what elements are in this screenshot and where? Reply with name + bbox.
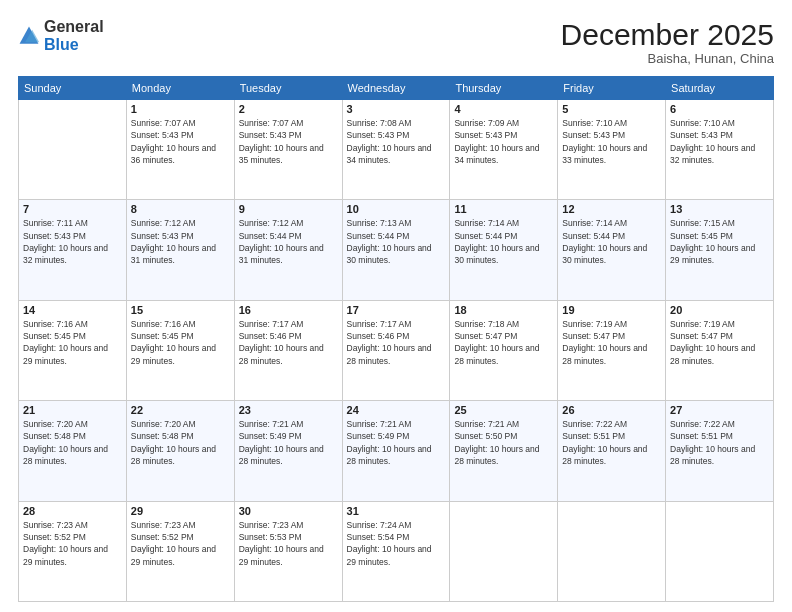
day-info: Sunrise: 7:14 AMSunset: 5:44 PMDaylight:… [562,217,661,266]
day-info: Sunrise: 7:14 AMSunset: 5:44 PMDaylight:… [454,217,553,266]
day-info: Sunrise: 7:21 AMSunset: 5:50 PMDaylight:… [454,418,553,467]
calendar-week-row: 7Sunrise: 7:11 AMSunset: 5:43 PMDaylight… [19,200,774,300]
calendar-cell: 8Sunrise: 7:12 AMSunset: 5:43 PMDaylight… [126,200,234,300]
calendar-cell: 16Sunrise: 7:17 AMSunset: 5:46 PMDayligh… [234,300,342,400]
day-info: Sunrise: 7:16 AMSunset: 5:45 PMDaylight:… [23,318,122,367]
calendar-cell: 2Sunrise: 7:07 AMSunset: 5:43 PMDaylight… [234,100,342,200]
calendar-week-row: 14Sunrise: 7:16 AMSunset: 5:45 PMDayligh… [19,300,774,400]
day-info: Sunrise: 7:08 AMSunset: 5:43 PMDaylight:… [347,117,446,166]
weekday-header: Saturday [666,77,774,100]
day-info: Sunrise: 7:12 AMSunset: 5:44 PMDaylight:… [239,217,338,266]
day-number: 10 [347,203,446,215]
calendar-cell: 19Sunrise: 7:19 AMSunset: 5:47 PMDayligh… [558,300,666,400]
calendar-cell: 22Sunrise: 7:20 AMSunset: 5:48 PMDayligh… [126,401,234,501]
calendar-cell: 17Sunrise: 7:17 AMSunset: 5:46 PMDayligh… [342,300,450,400]
day-number: 27 [670,404,769,416]
calendar-cell: 20Sunrise: 7:19 AMSunset: 5:47 PMDayligh… [666,300,774,400]
day-info: Sunrise: 7:11 AMSunset: 5:43 PMDaylight:… [23,217,122,266]
calendar-cell: 25Sunrise: 7:21 AMSunset: 5:50 PMDayligh… [450,401,558,501]
calendar-cell: 3Sunrise: 7:08 AMSunset: 5:43 PMDaylight… [342,100,450,200]
calendar-cell [558,501,666,601]
day-info: Sunrise: 7:07 AMSunset: 5:43 PMDaylight:… [131,117,230,166]
day-info: Sunrise: 7:24 AMSunset: 5:54 PMDaylight:… [347,519,446,568]
calendar-cell: 23Sunrise: 7:21 AMSunset: 5:49 PMDayligh… [234,401,342,501]
day-info: Sunrise: 7:10 AMSunset: 5:43 PMDaylight:… [562,117,661,166]
calendar-cell: 9Sunrise: 7:12 AMSunset: 5:44 PMDaylight… [234,200,342,300]
logo-icon [18,25,40,47]
day-info: Sunrise: 7:10 AMSunset: 5:43 PMDaylight:… [670,117,769,166]
day-info: Sunrise: 7:09 AMSunset: 5:43 PMDaylight:… [454,117,553,166]
day-info: Sunrise: 7:23 AMSunset: 5:53 PMDaylight:… [239,519,338,568]
day-number: 26 [562,404,661,416]
calendar-week-row: 28Sunrise: 7:23 AMSunset: 5:52 PMDayligh… [19,501,774,601]
calendar-week-row: 1Sunrise: 7:07 AMSunset: 5:43 PMDaylight… [19,100,774,200]
calendar-cell [19,100,127,200]
day-info: Sunrise: 7:12 AMSunset: 5:43 PMDaylight:… [131,217,230,266]
calendar-cell: 29Sunrise: 7:23 AMSunset: 5:52 PMDayligh… [126,501,234,601]
day-number: 8 [131,203,230,215]
weekday-header: Monday [126,77,234,100]
weekday-header: Thursday [450,77,558,100]
calendar-cell [450,501,558,601]
calendar-cell: 6Sunrise: 7:10 AMSunset: 5:43 PMDaylight… [666,100,774,200]
calendar-cell: 27Sunrise: 7:22 AMSunset: 5:51 PMDayligh… [666,401,774,501]
day-info: Sunrise: 7:20 AMSunset: 5:48 PMDaylight:… [23,418,122,467]
day-info: Sunrise: 7:16 AMSunset: 5:45 PMDaylight:… [131,318,230,367]
day-info: Sunrise: 7:13 AMSunset: 5:44 PMDaylight:… [347,217,446,266]
location-subtitle: Baisha, Hunan, China [561,51,774,66]
day-number: 18 [454,304,553,316]
calendar-cell: 12Sunrise: 7:14 AMSunset: 5:44 PMDayligh… [558,200,666,300]
day-info: Sunrise: 7:19 AMSunset: 5:47 PMDaylight:… [562,318,661,367]
day-number: 6 [670,103,769,115]
calendar-cell: 30Sunrise: 7:23 AMSunset: 5:53 PMDayligh… [234,501,342,601]
day-number: 21 [23,404,122,416]
day-number: 1 [131,103,230,115]
calendar-week-row: 21Sunrise: 7:20 AMSunset: 5:48 PMDayligh… [19,401,774,501]
calendar-cell: 31Sunrise: 7:24 AMSunset: 5:54 PMDayligh… [342,501,450,601]
month-title: December 2025 [561,18,774,51]
calendar-cell: 21Sunrise: 7:20 AMSunset: 5:48 PMDayligh… [19,401,127,501]
day-number: 19 [562,304,661,316]
weekday-header: Sunday [19,77,127,100]
calendar-page: General Blue December 2025 Baisha, Hunan… [0,0,792,612]
calendar-cell: 13Sunrise: 7:15 AMSunset: 5:45 PMDayligh… [666,200,774,300]
day-number: 29 [131,505,230,517]
calendar-cell: 18Sunrise: 7:18 AMSunset: 5:47 PMDayligh… [450,300,558,400]
day-number: 16 [239,304,338,316]
day-number: 5 [562,103,661,115]
day-number: 28 [23,505,122,517]
calendar-cell: 28Sunrise: 7:23 AMSunset: 5:52 PMDayligh… [19,501,127,601]
logo-general: General [44,18,104,36]
day-info: Sunrise: 7:22 AMSunset: 5:51 PMDaylight:… [562,418,661,467]
day-number: 23 [239,404,338,416]
calendar-cell: 14Sunrise: 7:16 AMSunset: 5:45 PMDayligh… [19,300,127,400]
day-number: 11 [454,203,553,215]
calendar-cell: 5Sunrise: 7:10 AMSunset: 5:43 PMDaylight… [558,100,666,200]
day-number: 15 [131,304,230,316]
day-number: 22 [131,404,230,416]
day-number: 31 [347,505,446,517]
title-area: December 2025 Baisha, Hunan, China [561,18,774,66]
day-number: 13 [670,203,769,215]
day-number: 20 [670,304,769,316]
calendar-cell: 10Sunrise: 7:13 AMSunset: 5:44 PMDayligh… [342,200,450,300]
calendar-cell: 15Sunrise: 7:16 AMSunset: 5:45 PMDayligh… [126,300,234,400]
calendar-cell: 4Sunrise: 7:09 AMSunset: 5:43 PMDaylight… [450,100,558,200]
day-number: 24 [347,404,446,416]
day-number: 2 [239,103,338,115]
calendar-cell: 26Sunrise: 7:22 AMSunset: 5:51 PMDayligh… [558,401,666,501]
day-number: 7 [23,203,122,215]
header: General Blue December 2025 Baisha, Hunan… [18,18,774,66]
weekday-header: Tuesday [234,77,342,100]
day-number: 14 [23,304,122,316]
calendar-cell [666,501,774,601]
day-info: Sunrise: 7:22 AMSunset: 5:51 PMDaylight:… [670,418,769,467]
day-info: Sunrise: 7:21 AMSunset: 5:49 PMDaylight:… [239,418,338,467]
day-info: Sunrise: 7:17 AMSunset: 5:46 PMDaylight:… [239,318,338,367]
day-info: Sunrise: 7:17 AMSunset: 5:46 PMDaylight:… [347,318,446,367]
day-number: 17 [347,304,446,316]
day-info: Sunrise: 7:23 AMSunset: 5:52 PMDaylight:… [23,519,122,568]
calendar-table: SundayMondayTuesdayWednesdayThursdayFrid… [18,76,774,602]
day-number: 30 [239,505,338,517]
logo-blue: Blue [44,36,79,54]
